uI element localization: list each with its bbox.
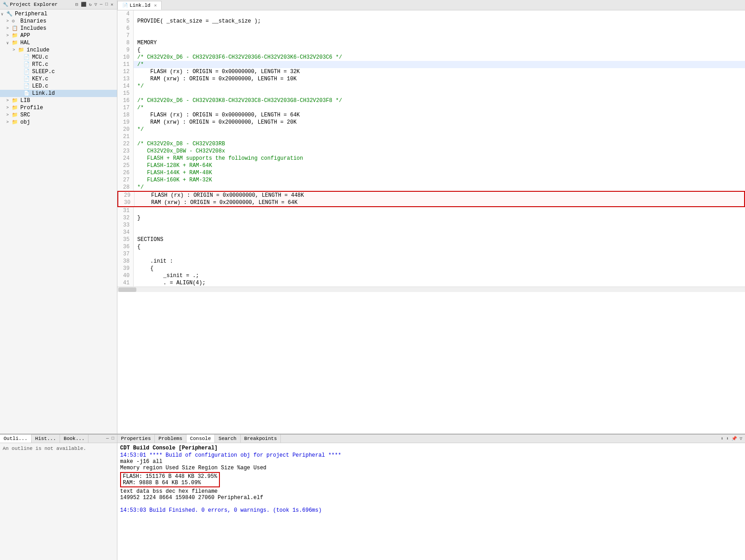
maximize-icon[interactable]: □ <box>104 1 109 8</box>
tab-close-icon[interactable]: ✕ <box>154 3 157 8</box>
collapse-all-icon[interactable]: ⊟ <box>74 1 79 8</box>
tree-item-includes[interactable]: > 📋 Includes <box>0 25 117 32</box>
outline-message: An outline is not available. <box>3 446 86 451</box>
tree-item-binaries[interactable]: > ⚙ Binaries <box>0 18 117 25</box>
tree-item-led[interactable]: 📄 LED.c <box>0 83 117 90</box>
console-scroll-icon[interactable]: ⬇ <box>725 435 730 442</box>
tree-label-linkld: Link.ld <box>32 90 55 97</box>
editor-scrollbar[interactable] <box>117 287 745 292</box>
tree-item-linkld[interactable]: 📄 Link.ld <box>0 90 117 97</box>
code-line: 6 <box>117 25 745 32</box>
outline-content: An outline is not available. <box>0 443 117 560</box>
code-line: 32 } <box>117 214 745 222</box>
code-line: 10 /* CH32V20x_D6 - CH32V203F6-CH32V203G… <box>117 54 745 61</box>
console-clear-icon[interactable]: ⬇ <box>720 435 724 442</box>
project-explorer-header: 🔧 Project Explorer ⊟ ⬛ ↻ ▽ — □ ✕ <box>0 0 117 9</box>
tree-arrow-includes: > <box>6 26 12 31</box>
code-line: 35 SECTIONS <box>117 236 745 243</box>
code-line: 24 FLASH + RAM supports the following co… <box>117 155 745 162</box>
tree-label-peripheral: Peripheral <box>15 11 47 17</box>
rtc-icon: 📄 <box>23 61 31 68</box>
tree-arrow-hal: ∨ <box>6 41 12 46</box>
tree-item-mcu[interactable]: 📄 MCU.c <box>0 54 117 61</box>
editor-tabs: 📄 Link.ld ✕ <box>117 0 745 10</box>
project-tree: ∨ 🔧 Peripheral > ⚙ Binaries > 📋 Includes <box>0 9 117 434</box>
obj-icon: 📁 <box>12 119 19 125</box>
bottom-maximize-icon[interactable]: □ <box>111 435 115 442</box>
code-line: 15 <box>117 90 745 97</box>
code-line: 34 <box>117 229 745 236</box>
code-line: 14 */ <box>117 83 745 90</box>
tab-properties[interactable]: Properties <box>117 435 155 443</box>
bottom-minimize-icon[interactable]: — <box>105 435 110 442</box>
code-line: 9 { <box>117 46 745 54</box>
bottom-right-tabs: Properties Problems Console Search Break… <box>117 435 745 443</box>
memory-usage-box: FLASH: 151176 B 448 KB 32.95% RAM: 9888 … <box>120 472 220 487</box>
tree-label-led: LED.c <box>32 83 48 89</box>
code-line: 20 */ <box>117 126 745 133</box>
tab-console[interactable]: Console <box>186 435 215 443</box>
peripheral-icon: 🔧 <box>6 11 14 17</box>
close-panel-icon[interactable]: ✕ <box>110 1 114 8</box>
sleep-icon: 📄 <box>23 69 31 75</box>
code-line: 8 MEMORY <box>117 39 745 46</box>
tree-item-profile[interactable]: > 📁 Profile <box>0 104 117 111</box>
sync-icon[interactable]: ↻ <box>88 1 93 8</box>
panel-menu-icon[interactable]: ▽ <box>93 1 98 8</box>
console-line-build-start: 14:53:01 **** Build of configuration obj… <box>120 452 742 458</box>
console-line-sizes: 149952 1224 8664 159840 27060 Peripheral… <box>120 495 742 501</box>
tree-label-mcu: MCU.c <box>32 54 48 60</box>
scrollbar-thumb[interactable] <box>118 287 136 292</box>
code-editor[interactable]: 4 5 PROVIDE( _stack_size = __stack_size … <box>117 10 745 434</box>
lib-icon: 📁 <box>12 97 19 104</box>
console-pin-icon[interactable]: 📌 <box>731 435 738 442</box>
code-line: 12 FLASH (rx) : ORIGIN = 0x00000000, LEN… <box>117 68 745 75</box>
tree-item-peripheral[interactable]: ∨ 🔧 Peripheral <box>0 10 117 18</box>
bottom-left-tabs: Outli... Hist... Book... — □ <box>0 435 117 443</box>
console-output: CDT Build Console [Peripheral] 14:53:01 … <box>117 443 745 560</box>
tab-linkld[interactable]: 📄 Link.ld ✕ <box>117 1 162 10</box>
led-icon: 📄 <box>23 83 31 89</box>
tab-history[interactable]: Hist... <box>32 435 60 443</box>
app-icon: 📁 <box>12 32 19 39</box>
console-line-header: Memory region Used Size Region Size %age… <box>120 465 742 471</box>
tree-item-app[interactable]: > 📁 APP <box>0 32 117 39</box>
code-line: 4 <box>117 10 745 18</box>
tree-item-rtc[interactable]: 📄 RTC.c <box>0 61 117 68</box>
binaries-icon: ⚙ <box>12 18 19 24</box>
console-menu-icon[interactable]: ▽ <box>739 435 743 442</box>
tree-item-key[interactable]: 📄 KEY.c <box>0 75 117 83</box>
tree-item-obj[interactable]: > 📁 obj <box>0 119 117 126</box>
tree-arrow-lib: > <box>6 98 12 103</box>
tree-item-src[interactable]: > 📁 SRC <box>0 111 117 119</box>
bottom-left-panel-icons: — □ <box>103 435 117 443</box>
console-line-columns: text data bss dec hex filename <box>120 488 742 495</box>
tree-label-key: KEY.c <box>32 76 48 82</box>
tree-label-obj: obj <box>20 119 30 125</box>
profile-icon: 📁 <box>12 105 19 111</box>
code-line: 37 <box>117 250 745 258</box>
tree-item-include[interactable]: > 📁 include <box>0 46 117 54</box>
tab-problems[interactable]: Problems <box>155 435 186 443</box>
project-explorer-panel: 🔧 Project Explorer ⊟ ⬛ ↻ ▽ — □ ✕ ∨ 🔧 Per… <box>0 0 117 434</box>
tree-label-sleep: SLEEP.c <box>32 69 55 75</box>
tree-label-src: SRC <box>20 112 30 118</box>
console-line-build-finish: 14:53:03 Build Finished. 0 errors, 0 war… <box>120 507 742 514</box>
code-line: 7 <box>117 32 745 39</box>
tab-outline[interactable]: Outli... <box>0 435 32 443</box>
bottom-right-panel: Properties Problems Console Search Break… <box>117 435 745 560</box>
code-line-30: 30 RAM (xrw) : ORIGIN = 0x20000000, LENG… <box>118 199 744 206</box>
code-line: 18 FLASH (rx) : ORIGIN = 0x00000000, LEN… <box>117 111 745 119</box>
project-explorer-title: Project Explorer <box>10 2 73 7</box>
code-line: 38 .init : <box>117 258 745 265</box>
tab-search[interactable]: Search <box>215 435 241 443</box>
tree-item-hal[interactable]: ∨ 📁 HAL <box>0 39 117 46</box>
tab-breakpoints[interactable]: Breakpoints <box>241 435 281 443</box>
console-line-flash: FLASH: 151176 B 448 KB 32.95% <box>123 473 217 480</box>
tree-item-lib[interactable]: > 📁 LIB <box>0 97 117 104</box>
key-icon: 📄 <box>23 76 31 82</box>
tab-bookmarks[interactable]: Book... <box>60 435 88 443</box>
minimize-icon[interactable]: — <box>99 1 103 8</box>
link-editor-icon[interactable]: ⬛ <box>80 1 87 8</box>
tree-item-sleep[interactable]: 📄 SLEEP.c <box>0 68 117 75</box>
